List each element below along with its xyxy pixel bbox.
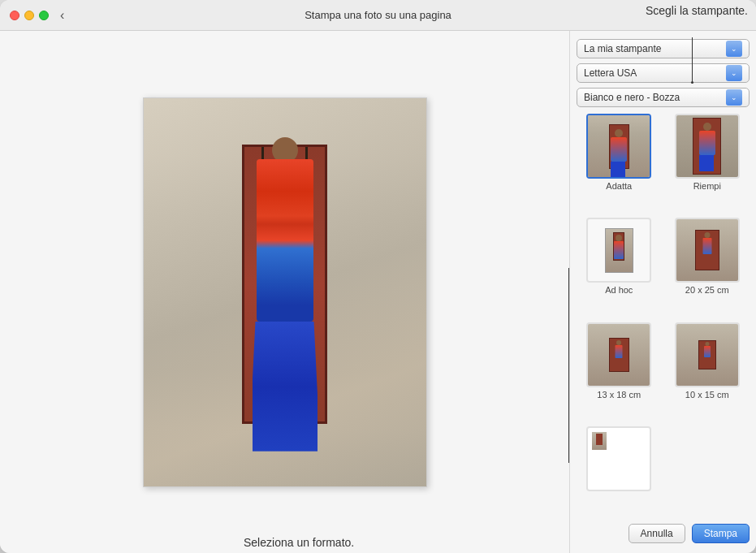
- thumbnails-grid: Adatta: [577, 112, 750, 516]
- photo-background: [144, 98, 426, 486]
- thumb-20x25[interactable]: 20 x 25 cm: [667, 218, 749, 315]
- photo-person: [144, 129, 426, 478]
- content-area: La mia stampante ⌄ Lettera USA ⌄ Bianco …: [0, 31, 756, 553]
- quality-select-arrow: ⌄: [726, 89, 742, 106]
- thumb-riempi[interactable]: Riempi: [667, 114, 749, 211]
- thumb-20x25-label: 20 x 25 cm: [685, 285, 729, 295]
- thumb-adatta[interactable]: Adatta: [578, 114, 660, 211]
- photo-panel: [0, 31, 569, 553]
- back-button[interactable]: ‹: [57, 6, 67, 24]
- maximize-button[interactable]: [39, 11, 49, 20]
- thumb-riempi-label: Riempi: [693, 181, 721, 191]
- thumb-13x18-img: [586, 322, 651, 387]
- thumb-20x25-img: [675, 218, 740, 283]
- thumb-10x15-label: 10 x 15 cm: [685, 390, 729, 400]
- photo-preview: [143, 97, 427, 487]
- callout-line-top: [692, 37, 693, 83]
- printer-select-arrow: ⌄: [726, 41, 742, 57]
- thumb-blank[interactable]: [578, 426, 660, 514]
- callout-dot-top: [691, 81, 693, 84]
- traffic-lights: [10, 11, 49, 20]
- paper-select-row: Lettera USA ⌄: [577, 63, 750, 83]
- printer-select-row: La mia stampante ⌄: [577, 39, 750, 58]
- thumb-adatta-label: Adatta: [606, 181, 632, 191]
- thumb-adhoc[interactable]: Ad hoc: [578, 218, 660, 315]
- callout-line-left: [568, 268, 569, 463]
- minimize-button[interactable]: [24, 11, 34, 20]
- thumb-adatta-img: [586, 114, 651, 179]
- close-button[interactable]: [10, 11, 19, 20]
- cancel-button[interactable]: Annulla: [629, 524, 685, 543]
- thumb-adhoc-img: [586, 218, 651, 283]
- quality-select-row: Bianco e nero - Bozza ⌄: [577, 88, 750, 107]
- options-panel: La mia stampante ⌄ Lettera USA ⌄ Bianco …: [569, 31, 756, 553]
- thumb-10x15-img: [675, 322, 740, 387]
- paper-select-arrow: ⌄: [726, 65, 742, 81]
- printer-select[interactable]: La mia stampante ⌄: [577, 39, 750, 58]
- thumb-blank-img: [586, 426, 651, 491]
- window-title: Stampa una foto su una pagina: [305, 9, 451, 21]
- print-button[interactable]: Stampa: [692, 524, 750, 543]
- quality-select[interactable]: Bianco e nero - Bozza ⌄: [577, 88, 750, 107]
- thumb-10x15[interactable]: 10 x 15 cm: [667, 322, 749, 420]
- thumb-riempi-img: [675, 114, 740, 179]
- thumb-adhoc-label: Ad hoc: [605, 285, 633, 295]
- thumb-13x18[interactable]: 13 x 18 cm: [578, 322, 660, 420]
- paper-select[interactable]: Lettera USA ⌄: [577, 63, 750, 83]
- app-window: Scegli la stampante. ‹ Stampa una foto s…: [0, 0, 756, 553]
- thumb-13x18-label: 13 x 18 cm: [597, 390, 641, 400]
- titlebar: ‹ Stampa una foto su una pagina: [0, 0, 756, 31]
- buttons-row: Annulla Stampa: [577, 521, 750, 545]
